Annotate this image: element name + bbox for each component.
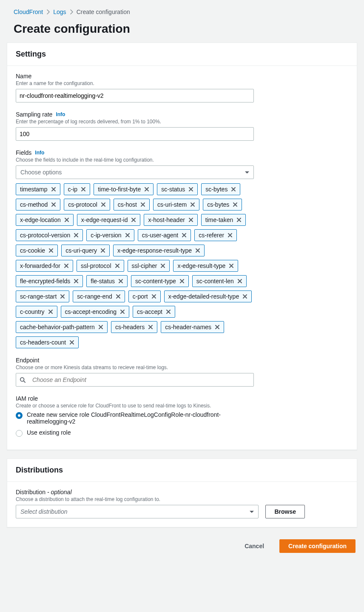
close-icon[interactable]: [116, 294, 121, 299]
field-tag-label: x-edge-result-type: [177, 262, 225, 269]
close-icon[interactable]: [51, 202, 56, 207]
close-icon[interactable]: [160, 263, 165, 268]
close-icon[interactable]: [182, 233, 187, 238]
close-icon[interactable]: [229, 263, 234, 268]
field-tag: x-host-header: [144, 214, 197, 226]
field-tag-label: sc-range-start: [20, 293, 57, 300]
close-icon[interactable]: [151, 294, 156, 299]
sampling-input[interactable]: [16, 127, 254, 141]
field-tag: c-country: [16, 306, 57, 318]
field-tag-label: cs-uri-stem: [157, 201, 187, 208]
field-tag-label: c-port: [133, 293, 148, 300]
field-tag: sc-status: [157, 183, 198, 195]
fields-placeholder: Choose options: [20, 169, 62, 176]
distribution-select[interactable]: Select distribution: [16, 505, 259, 518]
close-icon[interactable]: [242, 294, 247, 299]
field-tag: sc-content-type: [131, 275, 189, 287]
close-icon[interactable]: [115, 263, 120, 268]
close-icon[interactable]: [98, 325, 103, 330]
close-icon[interactable]: [125, 233, 130, 238]
distribution-placeholder: Select distribution: [20, 508, 68, 515]
close-icon[interactable]: [118, 279, 123, 284]
close-icon[interactable]: [228, 233, 233, 238]
close-icon[interactable]: [64, 217, 69, 222]
field-tag: cs-bytes: [203, 199, 242, 211]
field-tag: cs-host: [114, 199, 150, 211]
field-tag: x-edge-location: [16, 214, 74, 226]
breadcrumb-logs[interactable]: Logs: [53, 9, 66, 15]
close-icon[interactable]: [237, 279, 242, 284]
close-icon[interactable]: [215, 325, 220, 330]
sampling-info-link[interactable]: Info: [56, 111, 65, 117]
close-icon[interactable]: [188, 187, 193, 192]
field-tag: cs-uri-stem: [153, 199, 199, 211]
iam-option-create[interactable]: Create new service role CloudFrontRealti…: [16, 411, 254, 425]
field-tag: ssl-protocol: [77, 260, 124, 272]
fields-info-link[interactable]: Info: [35, 150, 44, 156]
field-tag: cs-referer: [194, 229, 237, 241]
close-icon[interactable]: [195, 248, 200, 253]
close-icon[interactable]: [188, 217, 193, 222]
fields-select[interactable]: Choose options: [16, 165, 254, 179]
close-icon[interactable]: [48, 309, 53, 314]
close-icon[interactable]: [74, 279, 79, 284]
field-tag: c-ip-version: [86, 229, 134, 241]
close-icon[interactable]: [74, 233, 79, 238]
field-tag-label: cs-accept-encoding: [65, 308, 117, 315]
field-tag: fle-status: [86, 275, 128, 287]
close-icon[interactable]: [144, 187, 149, 192]
field-tag-label: cs-protocol-version: [20, 232, 70, 239]
footer-actions: Cancel Create configuration: [7, 536, 357, 556]
close-icon[interactable]: [179, 279, 185, 284]
field-tags-container: timestampc-iptime-to-first-bytesc-status…: [16, 183, 254, 348]
chevron-right-icon: [46, 9, 50, 14]
field-tag-label: x-edge-detailed-result-type: [168, 293, 239, 300]
close-icon[interactable]: [120, 309, 125, 314]
field-tag-label: sc-range-end: [77, 293, 112, 300]
field-tag-label: c-ip: [68, 186, 78, 193]
close-icon[interactable]: [51, 187, 56, 192]
close-icon[interactable]: [148, 325, 153, 330]
field-tag: cs-accept: [133, 306, 175, 318]
field-tag: cs-accept-encoding: [61, 306, 129, 318]
endpoint-input[interactable]: [29, 373, 250, 386]
close-icon[interactable]: [236, 217, 242, 222]
field-tag-label: cs-accept: [137, 308, 162, 315]
distribution-optional: - optional: [46, 489, 71, 495]
breadcrumb-cloudfront[interactable]: CloudFront: [14, 9, 43, 15]
iam-option-existing-label: Use existing role: [27, 429, 71, 436]
close-icon[interactable]: [48, 248, 54, 253]
close-icon[interactable]: [140, 202, 145, 207]
field-tag: cs-cookie: [16, 245, 58, 256]
close-icon[interactable]: [101, 202, 106, 207]
field-tag: sc-bytes: [201, 183, 240, 195]
field-tag: cs-headers: [111, 321, 157, 333]
iam-hint: Create or choose a service role for Clou…: [16, 403, 254, 409]
endpoint-label: Endpoint: [16, 357, 254, 364]
field-tag-label: cs-host: [118, 201, 137, 208]
create-configuration-button[interactable]: Create configuration: [279, 539, 355, 553]
iam-option-existing[interactable]: Use existing role: [16, 429, 254, 437]
field-tag: time-to-first-byte: [94, 183, 154, 195]
close-icon[interactable]: [81, 187, 86, 192]
endpoint-select[interactable]: [16, 373, 254, 387]
close-icon[interactable]: [69, 340, 74, 345]
close-icon[interactable]: [166, 309, 171, 314]
close-icon[interactable]: [64, 263, 69, 268]
close-icon[interactable]: [233, 202, 238, 207]
field-tag-label: cache-behavior-path-pattern: [20, 324, 95, 330]
browse-button[interactable]: Browse: [265, 505, 305, 518]
field-tag-label: time-taken: [205, 216, 233, 223]
close-icon[interactable]: [60, 294, 65, 299]
field-tag: cs-headers-count: [16, 336, 79, 348]
close-icon[interactable]: [190, 202, 195, 207]
field-tag-label: cs-method: [20, 201, 48, 208]
cancel-button[interactable]: Cancel: [236, 539, 273, 553]
name-input[interactable]: [16, 89, 254, 102]
caret-down-icon: [250, 511, 254, 513]
field-tag-label: x-edge-location: [20, 216, 61, 223]
close-icon[interactable]: [131, 217, 136, 222]
close-icon[interactable]: [231, 187, 236, 192]
close-icon[interactable]: [100, 248, 105, 253]
field-tag: cache-behavior-path-pattern: [16, 321, 108, 333]
